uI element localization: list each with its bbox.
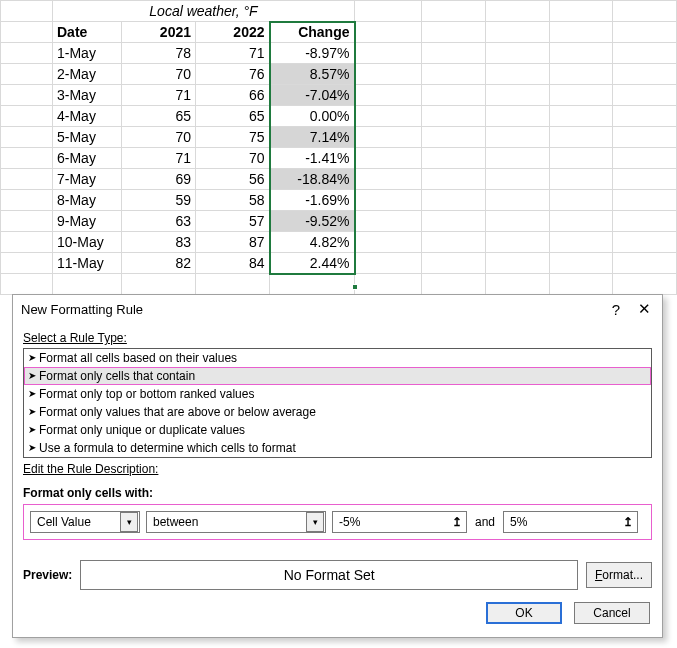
format-button[interactable]: Format... bbox=[586, 562, 652, 588]
sheet-title: Local weather, °F bbox=[53, 1, 355, 22]
cell-date[interactable]: 2-May bbox=[53, 64, 122, 85]
cell-2022[interactable]: 76 bbox=[196, 64, 270, 85]
rule-type-item[interactable]: ➤Use a formula to determine which cells … bbox=[24, 439, 651, 457]
criteria-value1-field[interactable] bbox=[333, 513, 449, 531]
cancel-button[interactable]: Cancel bbox=[574, 602, 650, 624]
cell-change[interactable]: -1.69% bbox=[270, 190, 355, 211]
criteria-operator-combo[interactable]: between ▾ bbox=[146, 511, 326, 533]
edit-description-label: Edit the Rule Description: bbox=[23, 462, 652, 476]
table-row[interactable]: 3-May7166-7.04% bbox=[1, 85, 677, 106]
bullet-icon: ➤ bbox=[28, 385, 36, 403]
criteria-value2-input[interactable]: ↥ bbox=[503, 511, 638, 533]
cell-2021[interactable]: 78 bbox=[122, 43, 196, 64]
cell-2021[interactable]: 63 bbox=[122, 211, 196, 232]
rule-type-item[interactable]: ➤Format only top or bottom ranked values bbox=[24, 385, 651, 403]
cell-2022[interactable]: 75 bbox=[196, 127, 270, 148]
cell-2022[interactable]: 57 bbox=[196, 211, 270, 232]
collapse-range-icon[interactable]: ↥ bbox=[449, 512, 466, 532]
cell-date[interactable]: 7-May bbox=[53, 169, 122, 190]
spreadsheet-grid[interactable]: Local weather, °F Date 2021 2022 Change … bbox=[0, 0, 677, 295]
rule-type-item[interactable]: ➤Format only cells that contain bbox=[24, 367, 651, 385]
col-date-header: Date bbox=[53, 22, 122, 43]
rule-type-item[interactable]: ➤Format only unique or duplicate values bbox=[24, 421, 651, 439]
table-row[interactable]: 7-May6956-18.84% bbox=[1, 169, 677, 190]
criteria-subject-combo[interactable]: Cell Value ▾ bbox=[30, 511, 140, 533]
cell-change[interactable]: -9.52% bbox=[270, 211, 355, 232]
cell-change[interactable]: 8.57% bbox=[270, 64, 355, 85]
cell-change[interactable]: -1.41% bbox=[270, 148, 355, 169]
cell-2022[interactable]: 56 bbox=[196, 169, 270, 190]
cell-date[interactable]: 6-May bbox=[53, 148, 122, 169]
cell-date[interactable]: 11-May bbox=[53, 253, 122, 274]
cell-change[interactable]: 2.44% bbox=[270, 253, 355, 274]
cell-2021[interactable]: 59 bbox=[122, 190, 196, 211]
cell-date[interactable]: 9-May bbox=[53, 211, 122, 232]
rule-type-list[interactable]: ➤Format all cells based on their values➤… bbox=[23, 348, 652, 458]
table-row[interactable]: 1-May7871-8.97% bbox=[1, 43, 677, 64]
cell-change[interactable]: 0.00% bbox=[270, 106, 355, 127]
table-row[interactable]: 2-May70768.57% bbox=[1, 64, 677, 85]
preview-label: Preview: bbox=[23, 568, 72, 582]
table-row[interactable]: 9-May6357-9.52% bbox=[1, 211, 677, 232]
table-row[interactable]: 11-May82842.44% bbox=[1, 253, 677, 274]
bullet-icon: ➤ bbox=[28, 367, 36, 385]
cell-2021[interactable]: 65 bbox=[122, 106, 196, 127]
criteria-value2-field[interactable] bbox=[504, 513, 620, 531]
dialog-titlebar[interactable]: New Formatting Rule ? ✕ bbox=[13, 295, 662, 323]
cell-2022[interactable]: 66 bbox=[196, 85, 270, 106]
rule-type-label: Format only unique or duplicate values bbox=[39, 421, 245, 439]
cell-change[interactable]: -18.84% bbox=[270, 169, 355, 190]
rule-type-label: Format all cells based on their values bbox=[39, 349, 237, 367]
collapse-range-icon[interactable]: ↥ bbox=[620, 512, 637, 532]
help-button[interactable]: ? bbox=[602, 298, 630, 320]
close-button[interactable]: ✕ bbox=[630, 298, 658, 320]
cell-change[interactable]: -8.97% bbox=[270, 43, 355, 64]
preview-swatch: No Format Set bbox=[80, 560, 578, 590]
ok-button[interactable]: OK bbox=[486, 602, 562, 624]
cell-2022[interactable]: 70 bbox=[196, 148, 270, 169]
bullet-icon: ➤ bbox=[28, 439, 36, 457]
close-icon: ✕ bbox=[638, 300, 651, 318]
rule-type-label: Format only top or bottom ranked values bbox=[39, 385, 254, 403]
chevron-down-icon[interactable]: ▾ bbox=[306, 512, 324, 532]
criteria-value1-input[interactable]: ↥ bbox=[332, 511, 467, 533]
cell-date[interactable]: 5-May bbox=[53, 127, 122, 148]
table-row[interactable]: 10-May83874.82% bbox=[1, 232, 677, 253]
cell-date[interactable]: 8-May bbox=[53, 190, 122, 211]
cell-date[interactable]: 4-May bbox=[53, 106, 122, 127]
cell-2022[interactable]: 71 bbox=[196, 43, 270, 64]
col-2022-header: 2022 bbox=[196, 22, 270, 43]
cell-change[interactable]: 4.82% bbox=[270, 232, 355, 253]
cell-2021[interactable]: 82 bbox=[122, 253, 196, 274]
cell-2021[interactable]: 71 bbox=[122, 148, 196, 169]
chevron-down-icon[interactable]: ▾ bbox=[120, 512, 138, 532]
criteria-operator-value: between bbox=[147, 515, 306, 529]
table-row[interactable]: 5-May70757.14% bbox=[1, 127, 677, 148]
cell-date[interactable]: 10-May bbox=[53, 232, 122, 253]
criteria-subject-value: Cell Value bbox=[31, 515, 120, 529]
cell-2021[interactable]: 70 bbox=[122, 127, 196, 148]
cell-date[interactable]: 1-May bbox=[53, 43, 122, 64]
and-label: and bbox=[473, 515, 497, 529]
table-row[interactable]: 6-May7170-1.41% bbox=[1, 148, 677, 169]
selection-fill-handle[interactable] bbox=[352, 284, 358, 290]
rule-type-item[interactable]: ➤Format only values that are above or be… bbox=[24, 403, 651, 421]
cell-2021[interactable]: 71 bbox=[122, 85, 196, 106]
cell-change[interactable]: -7.04% bbox=[270, 85, 355, 106]
table-row[interactable]: 8-May5958-1.69% bbox=[1, 190, 677, 211]
cell-2022[interactable]: 58 bbox=[196, 190, 270, 211]
rule-type-item[interactable]: ➤Format all cells based on their values bbox=[24, 349, 651, 367]
cell-date[interactable]: 3-May bbox=[53, 85, 122, 106]
table-row[interactable]: 4-May65650.00% bbox=[1, 106, 677, 127]
rule-type-label: Format only values that are above or bel… bbox=[39, 403, 316, 421]
cell-2022[interactable]: 84 bbox=[196, 253, 270, 274]
select-rule-type-label: Select a Rule Type: bbox=[23, 331, 652, 345]
cell-change[interactable]: 7.14% bbox=[270, 127, 355, 148]
cell-2021[interactable]: 70 bbox=[122, 64, 196, 85]
rule-type-label: Format only cells that contain bbox=[39, 367, 195, 385]
criteria-row: Cell Value ▾ between ▾ ↥ and ↥ bbox=[23, 504, 652, 540]
cell-2022[interactable]: 65 bbox=[196, 106, 270, 127]
cell-2021[interactable]: 83 bbox=[122, 232, 196, 253]
cell-2022[interactable]: 87 bbox=[196, 232, 270, 253]
cell-2021[interactable]: 69 bbox=[122, 169, 196, 190]
